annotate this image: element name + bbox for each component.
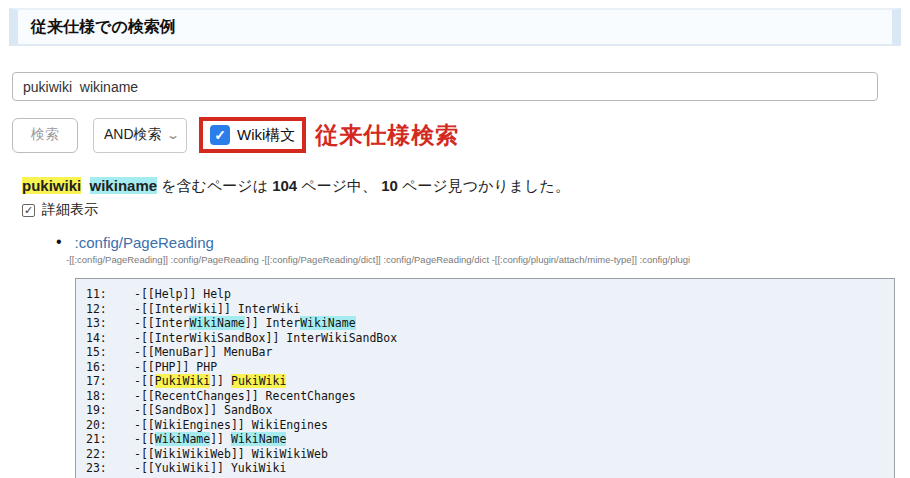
text-segment: -[[ — [134, 374, 155, 388]
code-line-number: 13: — [86, 316, 134, 331]
result-match-context: -[[:config/PageReading]] :config/PageRea… — [66, 254, 898, 265]
code-line: 22:-[[WikiWikiWeb]] WikiWikiWeb — [86, 447, 894, 462]
code-line-number: 18: — [86, 389, 134, 404]
section-header: 従来仕様での検索例 — [9, 8, 901, 46]
code-line-number: 11: — [86, 287, 134, 302]
text-segment: -[[YukiWiki]] YukiWiki — [134, 461, 286, 475]
text-segment: -[[InterWiki]] InterWiki — [134, 302, 300, 316]
code-line-number: 19: — [86, 403, 134, 418]
detail-display-checkbox[interactable]: ✓ — [22, 204, 35, 217]
code-line-number: 12: — [86, 302, 134, 317]
highlighted-term: WikiName — [231, 432, 286, 446]
code-line: 15:-[[MenuBar]] MenuBar — [86, 345, 894, 360]
code-line-number: 14: — [86, 331, 134, 346]
text-segment: -[[Inter — [134, 316, 189, 330]
checkmark-icon: ✓ — [24, 205, 33, 216]
code-line-number: 20: — [86, 418, 134, 433]
code-line: 16:-[[PHP]] PHP — [86, 360, 894, 375]
text-segment: を含むページは — [157, 177, 272, 194]
highlighted-term: PukiWiki — [155, 374, 210, 388]
text-segment: ]] — [210, 374, 231, 388]
text-segment: ページ見つかりました。 — [398, 177, 570, 194]
search-result-summary: pukiwiki wikiname を含むページは 104 ページ中、 10 ペ… — [22, 177, 910, 196]
code-line: 13:-[[InterWikiName]] InterWikiName — [86, 316, 894, 331]
search-mode-value: AND検索 — [104, 126, 162, 144]
text-segment: -[[MenuBar]] MenuBar — [134, 345, 272, 359]
code-line-number: 23: — [86, 461, 134, 476]
chevron-down-icon: ⌄ — [166, 129, 180, 141]
detail-display-row: ✓ 詳細表示 — [22, 201, 910, 219]
code-line: 11:-[[Help]] Help — [86, 287, 894, 302]
checkmark-icon: ✓ — [214, 127, 226, 143]
text-segment: -[[WikiWikiWeb]] WikiWikiWeb — [134, 447, 328, 461]
text-segment: -[[ — [134, 432, 155, 446]
code-line-number: 16: — [86, 360, 134, 375]
text-segment — [81, 177, 89, 194]
text-segment: -[[Help]] Help — [134, 287, 231, 301]
code-line-number: 17: — [86, 374, 134, 389]
code-line: 23:-[[YukiWiki]] YukiWiki — [86, 461, 894, 476]
highlighted-term: WikiName — [155, 432, 210, 446]
code-line: 21:-[[WikiName]] WikiName — [86, 432, 894, 447]
highlighted-term: WikiName — [189, 316, 244, 330]
text-segment: ]] — [210, 432, 231, 446]
code-line: 12:-[[InterWiki]] InterWiki — [86, 302, 894, 317]
detail-display-label: 詳細表示 — [42, 201, 98, 219]
code-line-number: 22: — [86, 447, 134, 462]
code-line: 19:-[[SandBox]] SandBox — [86, 403, 894, 418]
code-line-number: 15: — [86, 345, 134, 360]
search-mode-select[interactable]: AND検索 ⌄ — [93, 118, 187, 153]
text-segment: -[[RecentChanges]] RecentChanges — [134, 389, 356, 403]
bullet-icon: • — [56, 233, 62, 251]
code-line: 14:-[[InterWikiSandBox]] InterWikiSandBo… — [86, 331, 894, 346]
text-segment: -[[PHP]] PHP — [134, 360, 217, 374]
wiki-syntax-label: Wiki構文 — [237, 126, 295, 145]
highlighted-term: WikiName — [300, 316, 355, 330]
text-segment: -[[InterWikiSandBox]] InterWikiSandBox — [134, 331, 397, 345]
wiki-syntax-checkbox[interactable]: ✓ — [210, 125, 230, 145]
text-segment: ページ中、 — [297, 177, 381, 194]
code-line: 18:-[[RecentChanges]] RecentChanges — [86, 389, 894, 404]
highlighted-term: wikiname — [90, 177, 158, 194]
text-segment: -[[SandBox]] SandBox — [134, 403, 272, 417]
highlighted-term: PukiWiki — [231, 374, 286, 388]
text-segment: -[[WikiEngines]] WikiEngines — [134, 418, 328, 432]
code-line: 17:-[[PukiWiki]] PukiWiki — [86, 374, 894, 389]
highlighted-term: pukiwiki — [22, 177, 81, 194]
annotation-text: 従来仕様検索 — [315, 120, 459, 151]
annotation-highlight-box: ✓ Wiki構文 — [199, 117, 306, 153]
text-segment: ]] Inter — [245, 316, 300, 330]
search-controls: 検索 AND検索 ⌄ ✓ Wiki構文 従来仕様検索 — [12, 113, 910, 157]
code-preview-block: 11:-[[Help]] Help12:-[[InterWiki]] Inter… — [75, 278, 895, 478]
code-line-number: 21: — [86, 432, 134, 447]
text-segment: 10 — [381, 177, 398, 194]
section-title: 従来仕様での検索例 — [31, 17, 176, 38]
code-line: 20:-[[WikiEngines]] WikiEngines — [86, 418, 894, 433]
search-button[interactable]: 検索 — [12, 118, 78, 153]
search-input[interactable] — [12, 72, 878, 101]
text-segment: 104 — [272, 177, 297, 194]
result-page-link[interactable]: :config/PageReading — [75, 234, 214, 251]
result-item: • :config/PageReading -[[:config/PageRea… — [56, 233, 910, 265]
